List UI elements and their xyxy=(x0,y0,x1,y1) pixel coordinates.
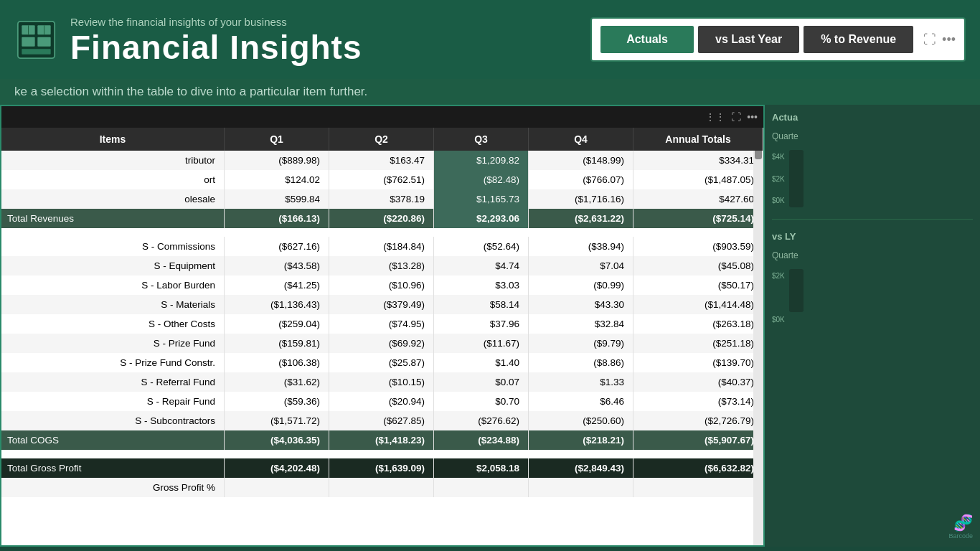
cell-1: ($106.38) xyxy=(224,353,329,372)
table-row[interactable]: S - Subcontractors($1,571.72)($627.85)($… xyxy=(1,411,763,430)
table-row[interactable]: S - Prize Fund($159.81)($69.92)($11.67)(… xyxy=(1,334,763,353)
table-row[interactable]: S - Commissions($627.16)($184.84)($52.64… xyxy=(1,237,763,256)
cell-5: $427.60 xyxy=(633,189,763,209)
col-q2: Q2 xyxy=(329,128,433,151)
cell-1: ($889.98) xyxy=(224,151,329,170)
svg-rect-4 xyxy=(37,37,50,46)
cell-1: ($31.62) xyxy=(224,372,329,392)
app-icon xyxy=(14,18,57,61)
table-row[interactable]: ort$124.02($762.51)($82.48)($766.07)($1,… xyxy=(1,170,763,189)
cell-1: ($4,036.35) xyxy=(224,430,329,450)
cell-1: ($1,136.43) xyxy=(224,295,329,314)
cell-1: ($159.81) xyxy=(224,334,329,353)
table-header-row: Items Q1 Q2 Q3 Q4 Annual Totals xyxy=(1,128,763,151)
table-row[interactable]: Total Gross Profit($4,202.48)($1,639.09)… xyxy=(1,458,763,478)
table-panel: ⋮⋮ ⛶ ••• Items Q1 Q2 Q3 Q4 Annual Totals… xyxy=(0,105,765,547)
cell-2: $378.19 xyxy=(329,189,433,209)
cell-4: ($0.99) xyxy=(529,276,633,295)
table-row[interactable]: Total Revenues($166.13)($220.86)$2,293.0… xyxy=(1,209,763,228)
svg-rect-3 xyxy=(22,37,34,46)
actuals-button[interactable]: Actuals xyxy=(600,26,694,53)
expand-icon[interactable]: ⛶ xyxy=(923,32,936,47)
cell-5: $334.31 xyxy=(633,151,763,170)
cell-0: Total Gross Profit xyxy=(1,458,224,478)
cell-5: ($139.70) xyxy=(633,353,763,372)
cell-3: ($82.48) xyxy=(434,170,529,189)
cell-1: $599.84 xyxy=(224,189,329,209)
panel-grip-icon: ⋮⋮ xyxy=(705,111,725,123)
y-axis-top: $4K $2K $0K xyxy=(772,150,785,207)
cell-0: ort xyxy=(1,170,224,189)
table-row[interactable]: S - Equipment($43.58)($13.28)$4.74$7.04(… xyxy=(1,256,763,276)
spacer-row xyxy=(1,450,763,458)
cell-0: S - Labor Burden xyxy=(1,276,224,295)
bar-chart-top xyxy=(789,150,804,207)
table-scrollbar[interactable] xyxy=(753,128,763,545)
cell-3: ($11.67) xyxy=(434,334,529,353)
y-axis-bottom: $2K $0K xyxy=(772,269,785,326)
cell-4: ($8.86) xyxy=(529,353,633,372)
table-row[interactable]: S - Repair Fund($59.36)($20.94)$0.70$6.4… xyxy=(1,392,763,411)
cell-2: ($1,418.23) xyxy=(329,430,433,450)
y-label-4k: $4K xyxy=(772,153,785,161)
more-options-icon[interactable]: ••• xyxy=(942,32,956,47)
table-row[interactable]: S - Labor Burden($41.25)($10.96)$3.03($0… xyxy=(1,276,763,295)
dna-icon: 🧬 xyxy=(772,514,973,532)
cell-3: $1,209.82 xyxy=(434,151,529,170)
cell-5: ($725.14) xyxy=(633,209,763,228)
cell-3: $0.70 xyxy=(434,392,529,411)
toggle-panel: Actuals vs Last Year % to Revenue ⛶ ••• xyxy=(590,17,966,62)
cell-2: ($69.92) xyxy=(329,334,433,353)
cell-2: ($74.95) xyxy=(329,314,433,334)
table-row[interactable]: olesale$599.84$378.19$1,165.73($1,716.16… xyxy=(1,189,763,209)
vs-last-year-button[interactable]: vs Last Year xyxy=(698,26,799,53)
cell-4: ($218.21) xyxy=(529,430,633,450)
cell-1: $124.02 xyxy=(224,170,329,189)
cell-3: $58.14 xyxy=(434,295,529,314)
table-row[interactable]: S - Referral Fund($31.62)($10.15)$0.07$1… xyxy=(1,372,763,392)
cell-0: Gross Profit % xyxy=(1,478,224,497)
vs-ly-label-right: vs LY xyxy=(772,231,973,242)
table-row[interactable]: tributor($889.98)$163.47$1,209.82($148.9… xyxy=(1,151,763,170)
panel-more-icon[interactable]: ••• xyxy=(747,111,758,123)
table-row[interactable]: Total COGS($4,036.35)($1,418.23)($234.88… xyxy=(1,430,763,450)
cell-0: olesale xyxy=(1,189,224,209)
cell-4: ($148.99) xyxy=(529,151,633,170)
cell-1: ($259.04) xyxy=(224,314,329,334)
cell-5: ($1,414.48) xyxy=(633,295,763,314)
actuals-chart: $4K $2K $0K xyxy=(772,150,973,207)
cell-0: tributor xyxy=(1,151,224,170)
cell-3: ($52.64) xyxy=(434,237,529,256)
cell-1: ($166.13) xyxy=(224,209,329,228)
chart-row-bottom: $2K $0K xyxy=(772,269,973,326)
cell-1: ($41.25) xyxy=(224,276,329,295)
cell-2: ($762.51) xyxy=(329,170,433,189)
cell-1: ($1,571.72) xyxy=(224,411,329,430)
panel-expand-icon[interactable]: ⛶ xyxy=(731,111,741,123)
col-q1: Q1 xyxy=(224,128,329,151)
cell-4: ($1,716.16) xyxy=(529,189,633,209)
barcode-label: Barcode xyxy=(772,532,973,540)
table-row[interactable]: S - Prize Fund Constr.($106.38)($25.87)$… xyxy=(1,353,763,372)
header-title: Financial Insights xyxy=(70,31,362,64)
cell-3 xyxy=(434,478,529,497)
cell-5: ($40.37) xyxy=(633,372,763,392)
table-panel-header: ⋮⋮ ⛶ ••• xyxy=(1,106,763,128)
pct-to-revenue-button[interactable]: % to Revenue xyxy=(804,26,913,53)
table-wrapper[interactable]: Items Q1 Q2 Q3 Q4 Annual Totals tributor… xyxy=(1,128,763,545)
cell-2: ($184.84) xyxy=(329,237,433,256)
cell-0: S - Materials xyxy=(1,295,224,314)
cell-2: $163.47 xyxy=(329,151,433,170)
cell-0: S - Subcontractors xyxy=(1,411,224,430)
table-row[interactable]: S - Materials($1,136.43)($379.49)$58.14$… xyxy=(1,295,763,314)
cell-4: ($2,631.22) xyxy=(529,209,633,228)
table-row[interactable]: Gross Profit % xyxy=(1,478,763,497)
cell-3: $4.74 xyxy=(434,256,529,276)
section-divider xyxy=(772,219,973,220)
financial-table: Items Q1 Q2 Q3 Q4 Annual Totals tributor… xyxy=(1,128,763,497)
cell-3: $3.03 xyxy=(434,276,529,295)
cell-0: S - Prize Fund xyxy=(1,334,224,353)
cell-4: ($766.07) xyxy=(529,170,633,189)
cell-4: ($2,849.43) xyxy=(529,458,633,478)
table-row[interactable]: S - Other Costs($259.04)($74.95)$37.96$3… xyxy=(1,314,763,334)
